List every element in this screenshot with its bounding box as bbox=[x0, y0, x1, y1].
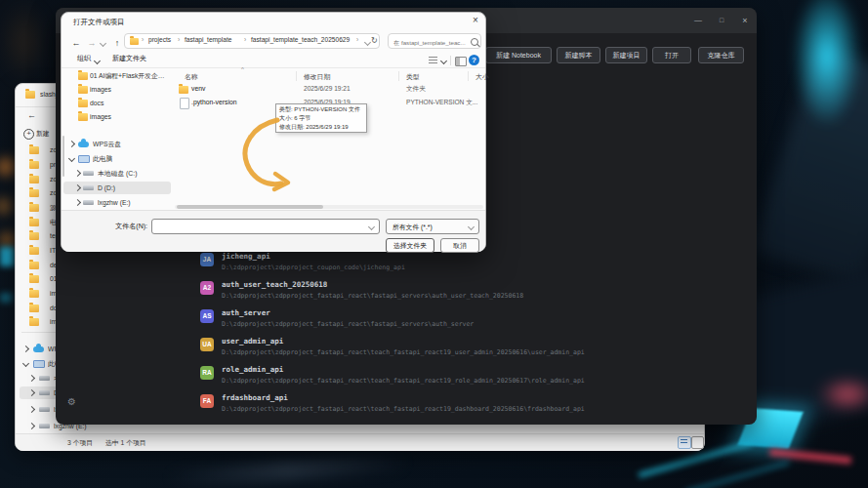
folder-icon bbox=[29, 290, 39, 298]
folder-icon bbox=[29, 275, 39, 283]
project-path: D:\zdpproject\zdpproject_fastapi_react\t… bbox=[222, 377, 585, 385]
chevron-down-icon bbox=[468, 224, 475, 230]
refresh-icon[interactable]: ↻ bbox=[371, 36, 378, 45]
new-project-button[interactable]: 新建项目 bbox=[605, 47, 647, 63]
drive-icon bbox=[83, 171, 94, 176]
project-row[interactable]: FA frdashboard_api D:\zdpproject\zdpproj… bbox=[192, 391, 749, 418]
preview-pane-icon[interactable] bbox=[455, 57, 467, 66]
search-box[interactable] bbox=[388, 33, 481, 49]
wallpaper-streak bbox=[685, 461, 790, 488]
project-row[interactable]: A2 auth_user_teach_20250618 D:\zdpprojec… bbox=[192, 278, 749, 305]
help-icon[interactable]: ? bbox=[469, 55, 479, 65]
close-button[interactable]: × bbox=[735, 13, 755, 28]
back-button[interactable]: ← bbox=[69, 36, 83, 50]
new-folder-button[interactable]: 新建文件夹 bbox=[112, 54, 146, 63]
large-icons-view-icon[interactable] bbox=[691, 436, 704, 449]
project-row[interactable]: AS auth_server D:\zdpproject\zdpproject_… bbox=[192, 306, 749, 333]
explorer-back-button[interactable]: ← bbox=[27, 110, 36, 120]
scrollbar-thumb[interactable] bbox=[177, 205, 323, 209]
drive-icon bbox=[39, 407, 50, 412]
dialog-title: 打开文件或项目 bbox=[73, 18, 125, 27]
project-name: role_admin_api bbox=[222, 365, 283, 374]
chevron-down-icon bbox=[368, 224, 375, 230]
file-row[interactable]: venv 2025/6/29 19:21 文件夹 bbox=[175, 83, 483, 96]
column-divider[interactable] bbox=[468, 71, 469, 81]
maximize-button[interactable]: □ bbox=[712, 13, 731, 28]
new-notebook-button[interactable]: 新建 Notebook bbox=[485, 47, 552, 63]
file-type-filter[interactable]: 所有文件 (*.*) bbox=[386, 219, 479, 234]
drive-icon bbox=[39, 376, 50, 381]
project-path: D:\zdpproject\zdpproject_fastapi_react\t… bbox=[222, 405, 585, 413]
cancel-button[interactable]: 取消 bbox=[440, 238, 479, 253]
project-badge: A2 bbox=[200, 281, 214, 295]
computer-icon bbox=[78, 155, 90, 163]
details-view-icon[interactable] bbox=[678, 436, 691, 449]
folder-icon bbox=[78, 72, 88, 80]
chevron-right-icon bbox=[74, 199, 81, 206]
horizontal-scrollbar[interactable] bbox=[175, 205, 483, 209]
tooltip-size: 大小: 6 字节 bbox=[279, 114, 363, 123]
open-button[interactable]: 打开 bbox=[652, 47, 691, 63]
project-row[interactable]: UA user_admin_api D:\zdpproject\zdpproje… bbox=[192, 335, 749, 361]
breadcrumb-segment[interactable]: fastapi_template bbox=[185, 36, 231, 43]
project-name: frdashboard_api bbox=[222, 393, 288, 402]
sidebar-item[interactable]: docs bbox=[62, 97, 173, 109]
column-divider[interactable] bbox=[398, 71, 399, 81]
status-selected-count: 选中 1 个项目 bbox=[105, 438, 146, 448]
filename-input-field[interactable] bbox=[155, 221, 369, 234]
search-input[interactable] bbox=[392, 35, 470, 49]
breadcrumb-segment[interactable]: projects bbox=[148, 36, 171, 43]
sidebar-item[interactable]: 01 AI编程+Flask开发企业官网 bbox=[62, 69, 173, 82]
view-details-icon[interactable] bbox=[429, 57, 437, 64]
history-chevron-icon[interactable] bbox=[100, 40, 106, 47]
wallpaper-glow bbox=[793, 0, 861, 127]
up-button[interactable]: ↑ bbox=[110, 36, 124, 50]
column-header-name[interactable]: 名称 bbox=[185, 72, 198, 82]
column-header-size[interactable]: 大小 bbox=[475, 72, 489, 82]
gear-icon[interactable]: ⚙ bbox=[67, 396, 76, 407]
view-chevron-icon[interactable] bbox=[440, 58, 447, 64]
column-divider[interactable] bbox=[296, 71, 297, 81]
sidebar-item-wps-cloud[interactable]: WPS云盘 bbox=[62, 138, 173, 150]
minimize-button[interactable]: — bbox=[688, 13, 708, 28]
select-folder-button[interactable]: 选择文件夹 bbox=[386, 238, 434, 253]
project-name: jicheng_api bbox=[222, 252, 270, 261]
filename-label: 文件名(N): bbox=[91, 222, 147, 231]
organize-menu[interactable]: 组织 bbox=[77, 54, 91, 63]
folder-icon bbox=[29, 262, 39, 269]
folder-icon bbox=[78, 100, 88, 107]
chevron-down-icon bbox=[22, 360, 29, 367]
column-header-type[interactable]: 类型 bbox=[406, 72, 420, 82]
sidebar-item-drive-d-selected[interactable]: D (D:) bbox=[62, 182, 173, 194]
sidebar-item-drive-c[interactable]: 本地磁盘 (C:) bbox=[62, 167, 173, 180]
project-row[interactable]: JA jicheng_api D:\zdpproject\zdpproject_… bbox=[192, 250, 749, 276]
sidebar-item-this-pc[interactable]: 此电脑 bbox=[62, 152, 173, 165]
sidebar-item[interactable]: images bbox=[62, 83, 173, 96]
clone-repo-button[interactable]: 克隆仓库 bbox=[698, 47, 744, 63]
filename-input[interactable] bbox=[151, 219, 380, 234]
breadcrumb-segment[interactable]: fastapi_template_teach_20250629 bbox=[251, 36, 350, 43]
project-name: auth_user_teach_20250618 bbox=[222, 280, 327, 289]
project-row[interactable]: RA role_admin_api D:\zdpproject\zdpproje… bbox=[192, 363, 749, 389]
column-header-date[interactable]: 修改日期 bbox=[304, 72, 330, 82]
chevron-right-icon bbox=[28, 406, 35, 413]
folder-icon bbox=[29, 232, 39, 240]
address-bar[interactable]: › projects › fastapi_template › fastapi_… bbox=[124, 33, 380, 49]
close-icon[interactable]: × bbox=[468, 15, 483, 28]
wallpaper-streak bbox=[769, 449, 851, 465]
dialog-footer: 文件名(N): 所有文件 (*.*) 选择文件夹 取消 bbox=[62, 210, 485, 252]
sidebar-item[interactable]: images bbox=[62, 110, 173, 123]
cloud-icon bbox=[78, 142, 89, 147]
computer-icon bbox=[33, 360, 45, 368]
drive-icon bbox=[39, 424, 50, 428]
chevron-right-icon bbox=[28, 423, 35, 429]
forward-button[interactable]: → bbox=[85, 36, 99, 50]
tooltip-type: 类型: PYTHON-VERSION 文件 bbox=[279, 105, 363, 114]
wallpaper-shape bbox=[751, 46, 868, 286]
sidebar-item-drive-e[interactable]: lxgzhw (E:) bbox=[62, 196, 173, 209]
folder-icon bbox=[78, 86, 88, 94]
address-dropdown-icon[interactable] bbox=[364, 39, 371, 46]
new-script-button[interactable]: 新建脚本 bbox=[557, 47, 600, 63]
folder-icon bbox=[179, 86, 188, 94]
chevron-right-icon bbox=[22, 346, 29, 352]
